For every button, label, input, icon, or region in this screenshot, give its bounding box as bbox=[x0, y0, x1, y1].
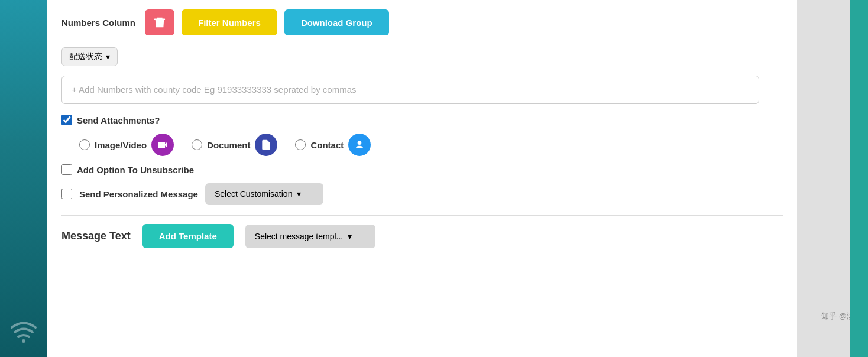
radio-image-video[interactable] bbox=[79, 139, 90, 150]
radio-image-video-label[interactable]: Image/Video bbox=[95, 140, 147, 150]
image-video-icon bbox=[151, 134, 174, 156]
send-attachments-label[interactable]: Send Attachments? bbox=[61, 115, 160, 125]
radio-item-document: Document bbox=[192, 134, 277, 156]
personalized-checkbox[interactable] bbox=[61, 189, 72, 199]
radio-contact-label[interactable]: Contact bbox=[310, 140, 344, 150]
unsubscribe-label[interactable]: Add Option To Unsubscribe bbox=[77, 165, 194, 175]
add-template-button[interactable]: Add Template bbox=[142, 224, 234, 248]
radio-item-contact: Contact bbox=[295, 134, 371, 156]
status-dropdown-label: 配送状态 bbox=[69, 51, 102, 62]
send-attachments-text: Send Attachments? bbox=[77, 115, 160, 125]
select-message-dropdown[interactable]: Select message templ... ▾ bbox=[245, 225, 375, 248]
customisation-dropdown-chevron: ▾ bbox=[297, 189, 301, 199]
radio-group: Image/Video Document Contact bbox=[61, 134, 783, 156]
status-dropdown-row: 配送状态 ▾ bbox=[61, 47, 783, 66]
message-text-label: Message Text bbox=[61, 230, 131, 242]
radio-contact[interactable] bbox=[295, 139, 306, 150]
radio-item-image-video: Image/Video bbox=[79, 134, 174, 156]
status-dropdown-chevron: ▾ bbox=[106, 52, 110, 61]
document-icon bbox=[255, 134, 277, 156]
contact-icon bbox=[348, 134, 371, 156]
teal-strip bbox=[850, 0, 868, 357]
top-bar: Numbers Column Filter Numbers Download G… bbox=[61, 9, 783, 35]
message-text-section: Message Text Add Template Select message… bbox=[61, 224, 783, 248]
numbers-input-placeholder: + Add Numbers with county code Eg 919333… bbox=[72, 85, 357, 95]
svg-point-0 bbox=[22, 339, 25, 343]
customisation-dropdown-label: Select Customisation bbox=[215, 189, 293, 199]
customisation-dropdown[interactable]: Select Customisation ▾ bbox=[205, 183, 323, 205]
send-attachments-row: Send Attachments? bbox=[61, 115, 783, 125]
delete-button[interactable] bbox=[145, 9, 174, 35]
personalized-label[interactable]: Send Personalized Message bbox=[79, 189, 198, 199]
select-message-label: Select message templ... bbox=[255, 232, 343, 241]
status-dropdown[interactable]: 配送状态 ▾ bbox=[61, 47, 118, 66]
numbers-column-label: Numbers Column bbox=[61, 18, 135, 28]
select-message-chevron: ▾ bbox=[348, 232, 352, 241]
filter-numbers-button[interactable]: Filter Numbers bbox=[182, 9, 277, 35]
divider bbox=[61, 215, 783, 216]
main-content: Numbers Column Filter Numbers Download G… bbox=[47, 0, 797, 357]
radio-document[interactable] bbox=[192, 139, 202, 150]
radio-document-label[interactable]: Document bbox=[207, 140, 250, 150]
numbers-input-container[interactable]: + Add Numbers with county code Eg 919333… bbox=[61, 76, 759, 104]
wifi-icon bbox=[9, 316, 38, 345]
unsubscribe-checkbox[interactable] bbox=[61, 164, 72, 175]
trash-icon bbox=[153, 16, 166, 29]
send-attachments-checkbox[interactable] bbox=[61, 115, 72, 125]
left-sidebar bbox=[0, 0, 47, 357]
personalized-row: Send Personalized Message Select Customi… bbox=[61, 183, 783, 205]
right-sidebar: 知乎 @淡季 bbox=[797, 0, 868, 357]
download-group-button[interactable]: Download Group bbox=[284, 9, 389, 35]
unsubscribe-row: Add Option To Unsubscribe bbox=[61, 164, 783, 175]
